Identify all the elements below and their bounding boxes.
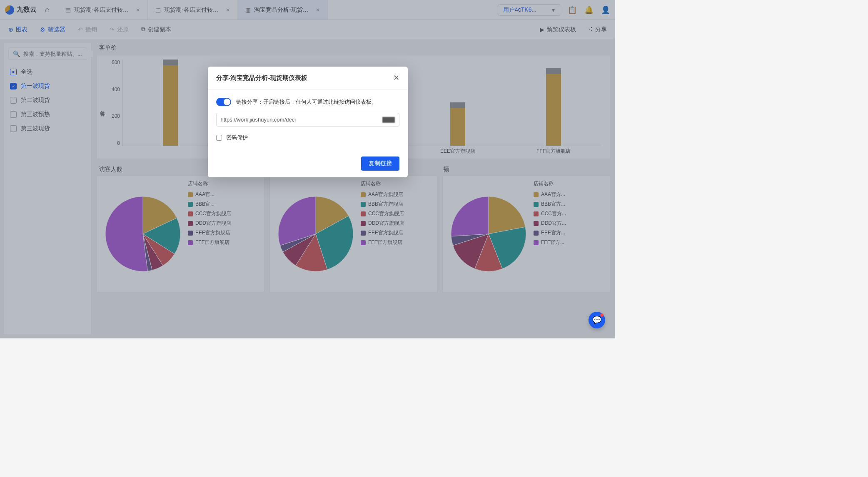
- checkbox-off-icon: [216, 135, 222, 141]
- share-url-box[interactable]: https://work.jiushuyun.com/deci: [216, 113, 399, 127]
- share-description: 链接分享：开启链接后，任何人可通过此链接访问仪表板。: [236, 98, 377, 106]
- share-url-text: https://work.jiushuyun.com/deci: [221, 117, 296, 123]
- share-toggle-row: 链接分享：开启链接后，任何人可通过此链接访问仪表板。: [216, 98, 399, 106]
- modal-header: 分享-淘宝竞品分析-现货期仪表板 ✕: [208, 67, 408, 89]
- modal-overlay[interactable]: 分享-淘宝竞品分析-现货期仪表板 ✕ 链接分享：开启链接后，任何人可通过此链接访…: [0, 0, 615, 338]
- modal-title: 分享-淘宝竞品分析-现货期仪表板: [216, 74, 308, 82]
- copy-link-button[interactable]: 复制链接: [361, 157, 399, 171]
- link-share-toggle[interactable]: [216, 98, 231, 106]
- share-modal: 分享-淘宝竞品分析-现货期仪表板 ✕ 链接分享：开启链接后，任何人可通过此链接访…: [208, 67, 408, 177]
- chat-fab[interactable]: 💬: [589, 312, 605, 328]
- password-label: 密码保护: [226, 134, 248, 142]
- password-protect-row[interactable]: 密码保护: [216, 134, 399, 142]
- url-obscured: [382, 117, 395, 123]
- chat-icon: 💬: [592, 316, 601, 325]
- close-icon[interactable]: ✕: [393, 73, 399, 82]
- modal-footer: 复制链接: [208, 150, 408, 177]
- modal-body: 链接分享：开启链接后，任何人可通过此链接访问仪表板。 https://work.…: [208, 89, 408, 150]
